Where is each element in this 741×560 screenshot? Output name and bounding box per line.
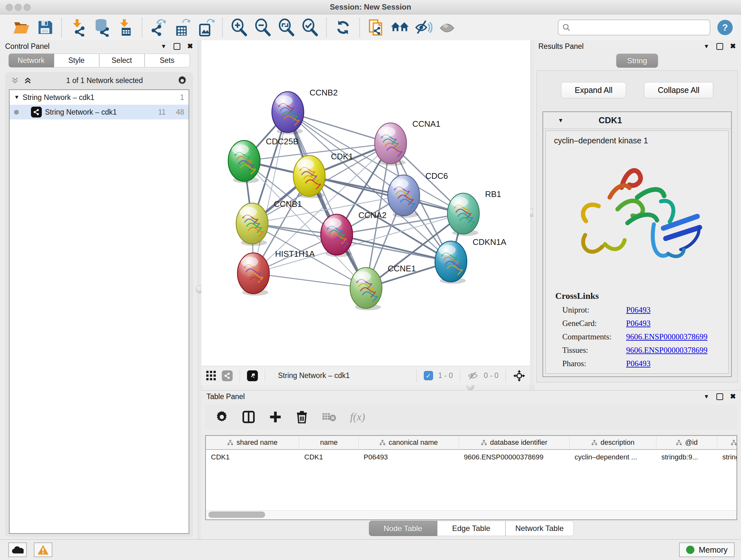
column-header-description[interactable]: description — [569, 436, 657, 449]
column-header-@id[interactable]: @id — [657, 436, 718, 449]
network-edge-HIST1H1A-CCNE1[interactable] — [253, 273, 366, 288]
panel-close-icon[interactable]: ✖ — [730, 42, 736, 51]
column-header-name[interactable]: name — [299, 436, 359, 449]
network-collection-row[interactable]: ▼ String Network – cdk1 1 — [10, 90, 189, 105]
network-node-CCNE1[interactable]: CCNE1 — [350, 264, 416, 310]
add-column-icon[interactable] — [269, 411, 282, 423]
panel-float-icon[interactable]: ▼ — [704, 43, 710, 50]
column-header-namespac[interactable]: namespac — [718, 436, 738, 449]
panel-close-icon[interactable]: ✖ — [187, 42, 193, 51]
string-home-button[interactable] — [390, 17, 410, 38]
show-results-button[interactable] — [437, 17, 457, 38]
collapse-caret-icon[interactable]: ▼ — [558, 117, 563, 124]
network-node-CDC6[interactable]: CDC6 — [388, 171, 448, 218]
panel-maximize-icon[interactable] — [174, 43, 180, 50]
panel-float-icon[interactable]: ▼ — [704, 393, 710, 400]
export-network-button[interactable] — [149, 17, 169, 38]
import-network-button[interactable] — [68, 17, 88, 38]
warnings-button[interactable] — [34, 543, 52, 557]
open-in-window-icon[interactable] — [247, 370, 258, 381]
function-builder-icon[interactable]: f(x) — [350, 411, 365, 423]
panel-maximize-icon[interactable] — [717, 393, 723, 400]
panel-close-icon[interactable]: ✖ — [730, 392, 736, 401]
network-row[interactable]: String Network – cdk1 11 48 — [10, 105, 189, 119]
delete-column-icon[interactable] — [296, 411, 308, 423]
horizontal-scrollbar[interactable] — [206, 510, 737, 519]
help-button[interactable]: ? — [718, 20, 733, 35]
network-node-HIST1H1A[interactable]: HIST1H1A — [238, 249, 315, 296]
column-header-database-identifier[interactable]: database identifier — [459, 436, 569, 449]
window-close-button[interactable] — [6, 4, 13, 11]
grid-view-icon[interactable] — [206, 370, 217, 381]
network-badge-icon[interactable] — [222, 370, 232, 381]
expand-all-button[interactable]: Expand All — [561, 82, 626, 98]
collapse-all-icon[interactable] — [11, 77, 19, 84]
refresh-button[interactable] — [333, 17, 353, 38]
save-session-button[interactable] — [35, 17, 55, 38]
table-cell[interactable]: CDK1 — [299, 449, 359, 464]
show-columns-icon[interactable] — [242, 411, 255, 423]
window-zoom-button[interactable] — [23, 4, 30, 11]
window-minimize-button[interactable] — [15, 4, 22, 11]
panel-maximize-icon[interactable] — [717, 43, 723, 50]
tab-node-table[interactable]: Node Table — [369, 521, 437, 536]
crosslink-link[interactable]: 9606.ENSP00000378699 — [626, 332, 708, 341]
collapse-all-button[interactable]: Collapse All — [644, 82, 713, 98]
network-node-CCNB1[interactable]: CCNB1 — [236, 199, 302, 246]
node-label-CCNA1: CCNA1 — [412, 119, 441, 129]
protein-structure-image — [562, 146, 712, 284]
search-input[interactable] — [573, 23, 706, 32]
selected-checkbox-icon[interactable]: ✓ — [424, 371, 433, 380]
panel-float-icon[interactable]: ▼ — [161, 43, 166, 50]
hide-results-button[interactable] — [414, 17, 433, 38]
expand-all-icon[interactable] — [23, 77, 32, 84]
table-cell[interactable]: stringdb:9... — [657, 449, 718, 464]
table-settings-gear-icon[interactable] — [215, 411, 228, 423]
open-session-button[interactable] — [11, 17, 31, 38]
tab-select[interactable]: Select — [99, 54, 145, 67]
tab-style[interactable]: Style — [54, 54, 99, 67]
crosslink-link[interactable]: P06493 — [626, 319, 650, 328]
tab-network[interactable]: Network — [9, 54, 54, 67]
import-table-button[interactable] — [116, 17, 135, 38]
network-edge-CCNA2-CDKN1A[interactable] — [337, 235, 451, 261]
crosslink-link[interactable]: 9606.ENSP00000378699 — [626, 346, 708, 355]
cloud-status-button[interactable] — [8, 543, 27, 557]
table-cell[interactable]: 9606.ENSP00000378699 — [459, 449, 569, 464]
tab-network-table[interactable]: Network Table — [506, 521, 574, 536]
column-header-shared-name[interactable]: shared name — [206, 436, 299, 449]
network-node-CCNA1[interactable]: CCNA1 — [375, 119, 441, 166]
network-node-RB1[interactable]: RB1 — [448, 189, 501, 236]
tab-edge-table[interactable]: Edge Table — [437, 521, 506, 536]
table-cell[interactable]: CDK1 — [206, 449, 299, 464]
gene-card-header[interactable]: ▼ CDK1 — [543, 112, 731, 129]
tab-sets[interactable]: Sets — [145, 54, 190, 67]
gear-icon[interactable] — [177, 75, 187, 85]
import-database-button[interactable] — [92, 17, 112, 38]
duplicate-network-button[interactable] — [366, 17, 386, 38]
memory-button[interactable]: Memory — [679, 543, 735, 557]
crosslink-link[interactable]: P06493 — [626, 306, 650, 314]
hidden-eye-icon[interactable] — [467, 371, 479, 381]
export-image-button[interactable] — [196, 17, 216, 38]
network-node-CCNA2[interactable]: CCNA2 — [321, 210, 387, 257]
column-header-canonical-name[interactable]: canonical name — [359, 436, 459, 449]
zoom-fit-button[interactable] — [276, 17, 296, 38]
table-cell[interactable]: P06493 — [359, 449, 459, 464]
table-cell[interactable]: stringdb — [718, 449, 738, 464]
scrollbar-thumb[interactable] — [208, 511, 265, 518]
tab-string[interactable]: String — [616, 54, 658, 68]
table-cell[interactable]: cyclin–dependent ... — [569, 449, 657, 464]
crosslink-link[interactable]: P06493 — [626, 359, 650, 368]
zoom-out-button[interactable] — [253, 17, 273, 38]
table-row[interactable]: CDK1CDK1P064939606.ENSP00000378699cyclin… — [206, 449, 737, 464]
zoom-in-button[interactable] — [229, 17, 249, 38]
network-canvas[interactable]: CCNB2CCNA1CDC25BCDK1CDC6RB1CCNB1CCNA2CDK… — [201, 40, 530, 366]
birds-eye-crosshair-icon[interactable] — [513, 369, 526, 382]
delete-table-icon[interactable] — [322, 412, 336, 422]
export-table-button[interactable] — [172, 17, 192, 38]
tree-expand-caret-icon[interactable]: ▼ — [14, 94, 19, 101]
network-node-CDKN1A[interactable]: CDKN1A — [435, 237, 507, 284]
network-edge-CDK1-RB1[interactable] — [309, 176, 463, 213]
zoom-selected-button[interactable] — [300, 17, 320, 38]
